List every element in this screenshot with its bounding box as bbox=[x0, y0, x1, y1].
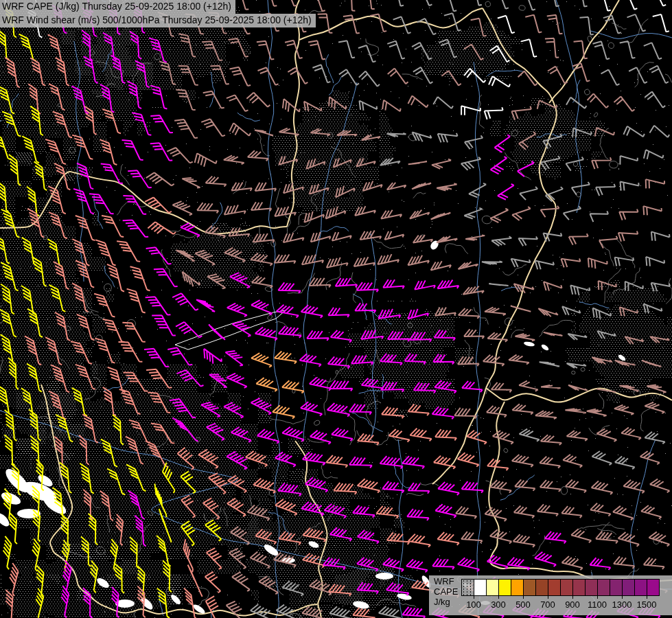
legend-tick-label: 1300 bbox=[608, 599, 636, 610]
legend-tick-label: 1100 bbox=[583, 599, 611, 610]
legend-tick-mark bbox=[548, 595, 548, 599]
legend-swatch bbox=[536, 580, 548, 595]
map-header: WRF CAPE (J/kg) Thursday 25-09-2025 18:0… bbox=[0, 0, 316, 27]
legend-title: WRF CAPE J/kg bbox=[434, 576, 458, 607]
legend-tick-label: 100 bbox=[460, 599, 487, 610]
legend-swatch bbox=[524, 580, 536, 595]
legend-color-scale bbox=[461, 579, 660, 596]
legend-swatch bbox=[487, 580, 499, 595]
legend-tick-mark bbox=[622, 595, 623, 599]
legend-tick-label: 700 bbox=[534, 599, 561, 610]
legend-tick-mark bbox=[572, 595, 573, 599]
legend-tick-mark bbox=[647, 595, 647, 599]
legend-swatch bbox=[462, 580, 474, 595]
weather-map-viewport: WRF CAPE (J/kg) Thursday 25-09-2025 18:0… bbox=[0, 0, 672, 618]
legend-swatch bbox=[635, 580, 647, 595]
legend-tick-mark bbox=[474, 595, 474, 599]
header-cape-title: WRF CAPE (J/kg) Thursday 25-09-2025 18:0… bbox=[0, 0, 235, 14]
legend-model-label: WRF bbox=[434, 576, 458, 586]
legend-swatch bbox=[586, 580, 598, 595]
legend-tick-label: 500 bbox=[509, 599, 537, 610]
legend-swatch bbox=[610, 580, 623, 595]
legend-swatch bbox=[647, 580, 659, 595]
legend-tick-label: 1500 bbox=[633, 599, 660, 610]
legend-tick-mark bbox=[597, 595, 598, 599]
legend-units-label: J/kg bbox=[434, 597, 458, 607]
legend-swatch bbox=[598, 580, 610, 595]
legend-swatch bbox=[474, 580, 487, 595]
legend-tick-label: 900 bbox=[559, 599, 586, 610]
legend-swatch bbox=[573, 580, 586, 595]
legend-swatch bbox=[499, 580, 511, 595]
weather-map-canvas bbox=[0, 0, 672, 618]
legend-tick-mark bbox=[498, 595, 499, 599]
legend-swatch bbox=[548, 580, 561, 595]
legend-swatch bbox=[623, 580, 635, 595]
header-shear-title: WRF Wind shear (m/s) 500/1000hPa Thursda… bbox=[0, 14, 316, 27]
legend-swatch bbox=[511, 580, 524, 595]
legend-tick-mark bbox=[523, 595, 524, 599]
cape-legend: WRF CAPE J/kg 10030050070090011001300150… bbox=[429, 575, 672, 615]
legend-tick-label: 300 bbox=[485, 599, 512, 610]
legend-variable-label: CAPE bbox=[434, 586, 458, 597]
legend-swatch bbox=[561, 580, 573, 595]
